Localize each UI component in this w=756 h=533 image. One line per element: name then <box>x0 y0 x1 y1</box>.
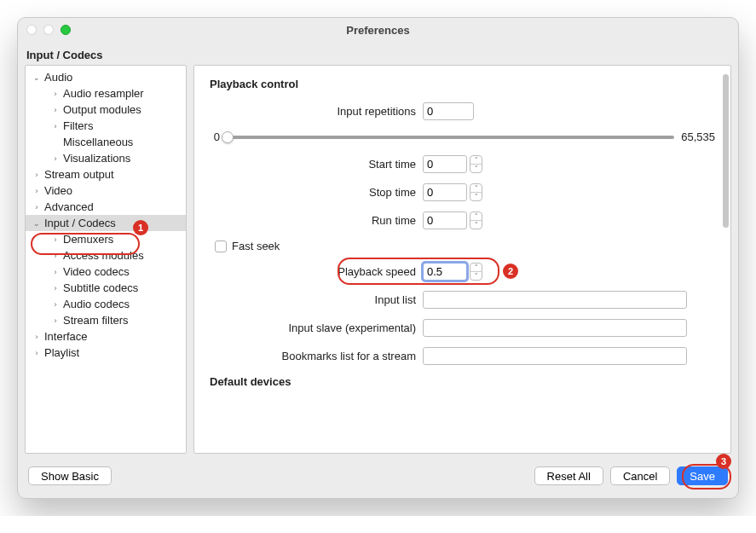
tree-output-modules[interactable]: › Output modules <box>26 101 186 118</box>
tree-video[interactable]: › Video <box>26 182 186 199</box>
tree-visualizations[interactable]: › Visualizations <box>26 150 186 166</box>
input-list-field[interactable] <box>423 291 687 309</box>
chevron-right-icon: › <box>51 284 60 293</box>
reset-all-button[interactable]: Reset All <box>534 466 603 485</box>
slider-thumb[interactable] <box>222 131 234 143</box>
slider-min: 0 <box>210 130 220 143</box>
tree-label: Playlist <box>44 346 79 359</box>
tree-audio-resampler[interactable]: › Audio resampler <box>26 85 186 101</box>
chevron-right-icon: › <box>32 333 41 341</box>
playback-speed-field[interactable] <box>423 263 467 281</box>
tree-stream-output[interactable]: › Stream output <box>26 166 186 182</box>
row-start-time: Start time ˄˅ <box>210 155 715 173</box>
tree-subtitle-codecs[interactable]: › Subtitle codecs <box>26 280 186 296</box>
run-time-stepper[interactable]: ˄˅ <box>470 211 482 229</box>
show-basic-button[interactable]: Show Basic <box>28 466 112 485</box>
chevron-down-icon: ⌄ <box>32 219 41 228</box>
preferences-window: Preferences Input / Codecs ⌄ Audio › Aud… <box>17 17 739 499</box>
chevron-up-icon: ˄ <box>470 264 482 272</box>
chevron-down-icon: ˅ <box>470 165 482 172</box>
chevron-down-icon: ˅ <box>470 221 482 229</box>
chevron-right-icon: › <box>51 106 60 114</box>
tree-label: Demuxers <box>63 233 113 246</box>
cancel-button[interactable]: Cancel <box>610 466 670 485</box>
annotation-badge-2: 2 <box>503 264 518 279</box>
run-time-field[interactable] <box>423 211 467 229</box>
chevron-right-icon: › <box>51 268 60 276</box>
tree-audio-codecs[interactable]: › Audio codecs <box>26 296 186 312</box>
tree-miscellaneous[interactable]: Miscellaneous <box>26 134 186 150</box>
tree-advanced[interactable]: › Advanced <box>26 199 186 215</box>
save-button[interactable]: Save <box>677 466 728 485</box>
tree-interface[interactable]: › Interface <box>26 328 186 345</box>
repetitions-slider[interactable] <box>227 136 674 139</box>
chevron-down-icon: ˅ <box>470 193 482 200</box>
label-input-repetitions: Input repetitions <box>210 105 423 118</box>
tree-label: Filters <box>63 119 93 132</box>
row-repetitions-slider: 0 65,535 <box>210 130 715 143</box>
bookmarks-field[interactable] <box>423 347 687 365</box>
input-repetitions-field[interactable] <box>423 102 474 120</box>
chevron-up-icon: ˄ <box>470 184 482 193</box>
tree-access-modules[interactable]: › Access modules <box>26 247 186 264</box>
tree-filters[interactable]: › Filters <box>26 118 186 134</box>
titlebar: Preferences <box>18 18 738 42</box>
chevron-right-icon: › <box>32 187 41 195</box>
tree-audio[interactable]: ⌄ Audio <box>26 69 186 85</box>
tree-label: Audio codecs <box>63 298 130 310</box>
label-input-list: Input list <box>210 293 423 306</box>
row-input-slave: Input slave (experimental) <box>210 319 715 337</box>
tree-label: Input / Codecs <box>44 217 116 229</box>
tree-label: Subtitle codecs <box>63 281 138 294</box>
label-stop-time: Stop time <box>210 186 423 199</box>
maximize-icon[interactable] <box>61 25 71 35</box>
close-icon[interactable] <box>26 25 37 35</box>
label-bookmarks: Bookmarks list for a stream <box>210 350 423 362</box>
start-time-stepper[interactable]: ˄˅ <box>470 155 482 173</box>
fast-seek-checkbox[interactable] <box>215 240 227 252</box>
tree-label: Stream output <box>44 168 114 181</box>
group-playback-control: Playback control <box>210 78 715 90</box>
chevron-right-icon: › <box>51 316 60 325</box>
chevron-right-icon: › <box>51 154 60 163</box>
chevron-right-icon: › <box>32 349 41 357</box>
start-time-field[interactable] <box>423 155 467 173</box>
chevron-up-icon: ˄ <box>470 156 482 165</box>
stop-time-stepper[interactable]: ˄˅ <box>470 183 482 201</box>
row-fast-seek: Fast seek <box>210 240 715 252</box>
tree-demuxers[interactable]: › Demuxers <box>26 231 186 247</box>
tree-playlist[interactable]: › Playlist <box>26 345 186 361</box>
tree-label: Visualizations <box>63 152 130 165</box>
playback-speed-stepper[interactable]: ˄˅ <box>470 263 482 281</box>
tree-label: Output modules <box>63 103 141 116</box>
main: Playback control Input repetitions 0 65,… <box>193 65 731 454</box>
label-run-time: Run time <box>210 214 423 227</box>
chevron-right-icon: › <box>51 252 60 260</box>
settings-panel: Playback control Input repetitions 0 65,… <box>193 65 731 454</box>
chevron-right-icon: › <box>32 203 41 211</box>
tree-video-codecs[interactable]: › Video codecs <box>26 264 186 280</box>
chevron-right-icon: › <box>32 171 41 179</box>
chevron-right-icon: › <box>51 300 60 309</box>
label-input-slave: Input slave (experimental) <box>210 322 423 334</box>
minimize-icon[interactable] <box>43 25 54 35</box>
chevron-down-icon: ˅ <box>470 272 482 280</box>
scrollbar[interactable] <box>723 74 729 228</box>
stop-time-field[interactable] <box>423 183 467 201</box>
input-slave-field[interactable] <box>423 319 687 337</box>
row-stop-time: Stop time ˄˅ <box>210 183 715 201</box>
category-tree[interactable]: ⌄ Audio › Audio resampler › Output modul… <box>25 65 187 454</box>
tree-label: Stream filters <box>63 314 129 327</box>
chevron-right-icon: › <box>51 122 60 130</box>
tree-label: Audio resampler <box>63 87 144 100</box>
label-fast-seek: Fast seek <box>232 240 280 252</box>
tree-stream-filters[interactable]: › Stream filters <box>26 312 186 328</box>
tree-label: Access modules <box>63 249 144 262</box>
row-input-repetitions: Input repetitions <box>210 102 715 120</box>
row-run-time: Run time ˄˅ <box>210 211 715 229</box>
body: ⌄ Audio › Audio resampler › Output modul… <box>18 65 738 454</box>
window-title: Preferences <box>18 24 738 37</box>
row-playback-speed: Playback speed ˄˅ 2 <box>210 263 715 281</box>
tree-label: Video <box>44 184 72 197</box>
tree-input-codecs[interactable]: ⌄ Input / Codecs <box>26 215 186 231</box>
